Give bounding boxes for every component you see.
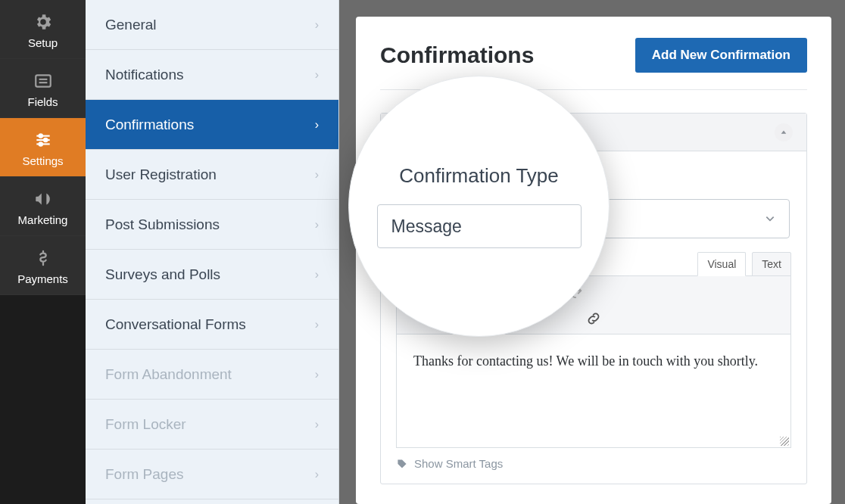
nav-marketing[interactable]: Marketing [0, 177, 86, 236]
chevron-right-icon: › [315, 18, 319, 32]
svg-point-6 [39, 134, 42, 137]
chevron-right-icon: › [315, 218, 319, 232]
resize-handle[interactable] [780, 437, 789, 446]
tag-icon [396, 458, 408, 470]
chevron-right-icon: › [315, 318, 319, 331]
chevron-right-icon: › [315, 168, 319, 182]
sub-conversational-forms[interactable]: Conversational Forms› [86, 300, 338, 350]
sub-surveys-polls[interactable]: Surveys and Polls› [86, 250, 338, 300]
nav-label: Marketing [18, 213, 68, 226]
sub-form-abandonment[interactable]: Form Abandonment› [86, 350, 338, 400]
nav-label: Payments [17, 272, 68, 285]
lens-select-value: Message [391, 216, 462, 237]
collapse-icon[interactable] [775, 123, 793, 142]
sub-user-registration[interactable]: User Registration› [86, 150, 338, 200]
svg-rect-0 [36, 75, 51, 86]
lens-ctype-select[interactable]: Message [377, 204, 582, 248]
editor-tab-visual[interactable]: Visual [697, 252, 746, 276]
chevron-right-icon: › [315, 418, 319, 431]
editor-textarea[interactable]: Thanks for contacting us! We will be in … [396, 334, 791, 448]
show-smart-tags-link[interactable]: Show Smart Tags [396, 457, 791, 470]
svg-point-8 [39, 142, 42, 145]
nav-fields[interactable]: Fields [0, 59, 86, 118]
sub-general[interactable]: General› [86, 0, 338, 50]
chevron-down-icon [765, 213, 775, 224]
sliders-icon [32, 129, 55, 151]
sub-form-pages[interactable]: Form Pages› [86, 450, 338, 499]
nav-payments[interactable]: Payments [0, 236, 86, 295]
nav-settings[interactable]: Settings [0, 118, 86, 177]
page-title: Confirmations [380, 42, 534, 68]
smart-tags-label: Show Smart Tags [414, 457, 503, 470]
bullhorn-icon [32, 188, 55, 210]
sub-notifications[interactable]: Notifications› [86, 50, 338, 100]
chevron-right-icon: › [315, 268, 319, 282]
chevron-right-icon: › [315, 118, 319, 132]
nav-label: Fields [27, 95, 58, 108]
sub-confirmations[interactable]: Confirmations› [86, 100, 338, 150]
nav-setup[interactable]: Setup [0, 0, 86, 59]
nav-spacer [0, 295, 86, 504]
nav-label: Setup [28, 36, 58, 49]
add-new-confirmation-button[interactable]: Add New Confirmation [635, 38, 807, 73]
settings-subnav: General› Notifications› Confirmations› U… [86, 0, 339, 504]
primary-nav: Setup Fields Settings Marketing Payments [0, 0, 86, 504]
svg-point-7 [44, 138, 47, 142]
chevron-right-icon: › [315, 468, 319, 481]
chevron-right-icon: › [315, 68, 319, 82]
list-icon [32, 70, 55, 92]
nav-label: Settings [22, 154, 63, 167]
chevron-right-icon: › [315, 368, 319, 381]
editor-tab-text[interactable]: Text [752, 252, 791, 276]
lens-ctype-label: Confirmation Type [399, 164, 559, 188]
gear-icon [32, 11, 55, 33]
magnifier-lens: Confirmation Type Message [348, 76, 610, 337]
editor-content-text: Thanks for contacting us! We will be in … [413, 353, 758, 369]
sub-form-locker[interactable]: Form Locker› [86, 400, 338, 450]
dollar-icon [32, 247, 55, 269]
sub-post-submissions[interactable]: Post Submissions› [86, 200, 338, 250]
